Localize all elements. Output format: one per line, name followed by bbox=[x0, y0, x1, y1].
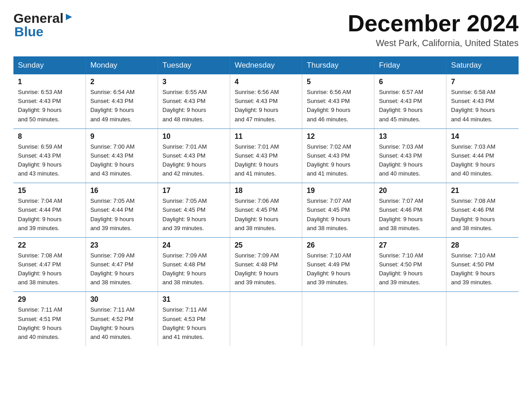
day-info: Sunrise: 7:01 AMSunset: 4:43 PMDaylight:… bbox=[163, 143, 207, 177]
calendar-cell bbox=[374, 292, 446, 346]
calendar-cell: 23 Sunrise: 7:09 AMSunset: 4:47 PMDaylig… bbox=[86, 237, 158, 292]
calendar-cell: 14 Sunrise: 7:03 AMSunset: 4:44 PMDaylig… bbox=[446, 128, 519, 183]
title-area: December 2024 West Park, California, Uni… bbox=[348, 11, 519, 48]
calendar-cell: 6 Sunrise: 6:57 AMSunset: 4:43 PMDayligh… bbox=[374, 74, 446, 128]
day-number: 7 bbox=[451, 78, 514, 86]
day-number: 9 bbox=[90, 133, 153, 141]
calendar-cell: 22 Sunrise: 7:08 AMSunset: 4:47 PMDaylig… bbox=[13, 237, 86, 292]
day-info: Sunrise: 7:04 AMSunset: 4:44 PMDaylight:… bbox=[18, 197, 62, 231]
calendar-week-row-5: 29 Sunrise: 7:11 AMSunset: 4:51 PMDaylig… bbox=[13, 292, 519, 346]
day-info: Sunrise: 6:54 AMSunset: 4:43 PMDaylight:… bbox=[90, 89, 135, 122]
svg-marker-0 bbox=[66, 14, 72, 20]
day-info: Sunrise: 6:56 AMSunset: 4:43 PMDaylight:… bbox=[235, 89, 279, 122]
calendar-cell: 15 Sunrise: 7:04 AMSunset: 4:44 PMDaylig… bbox=[13, 183, 86, 238]
day-info: Sunrise: 7:10 AMSunset: 4:49 PMDaylight:… bbox=[307, 252, 351, 286]
calendar-week-row-4: 22 Sunrise: 7:08 AMSunset: 4:47 PMDaylig… bbox=[13, 237, 519, 292]
day-number: 11 bbox=[235, 133, 297, 141]
day-info: Sunrise: 7:09 AMSunset: 4:48 PMDaylight:… bbox=[163, 252, 207, 286]
day-number: 2 bbox=[90, 78, 153, 86]
day-number: 5 bbox=[307, 78, 369, 86]
month-title: December 2024 bbox=[348, 11, 519, 36]
day-number: 30 bbox=[90, 295, 153, 304]
calendar-cell: 16 Sunrise: 7:05 AMSunset: 4:44 PMDaylig… bbox=[86, 183, 158, 238]
calendar-table: Sunday Monday Tuesday Wednesday Thursday… bbox=[13, 56, 519, 346]
logo-triangle-icon bbox=[65, 13, 73, 23]
day-number: 28 bbox=[451, 241, 514, 249]
header-sunday: Sunday bbox=[13, 56, 86, 74]
calendar-cell: 2 Sunrise: 6:54 AMSunset: 4:43 PMDayligh… bbox=[86, 74, 158, 128]
day-number: 31 bbox=[163, 295, 225, 304]
calendar-cell: 9 Sunrise: 7:00 AMSunset: 4:43 PMDayligh… bbox=[86, 128, 158, 183]
day-info: Sunrise: 7:07 AMSunset: 4:45 PMDaylight:… bbox=[307, 197, 351, 231]
day-info: Sunrise: 6:57 AMSunset: 4:43 PMDaylight:… bbox=[379, 89, 423, 122]
calendar-cell: 11 Sunrise: 7:01 AMSunset: 4:43 PMDaylig… bbox=[230, 128, 302, 183]
day-info: Sunrise: 7:08 AMSunset: 4:46 PMDaylight:… bbox=[451, 197, 495, 231]
day-number: 4 bbox=[235, 78, 297, 86]
page-header: General Blue December 2024 West Park, Ca… bbox=[13, 11, 519, 48]
calendar-cell: 28 Sunrise: 7:10 AMSunset: 4:50 PMDaylig… bbox=[446, 237, 519, 292]
calendar-week-row-3: 15 Sunrise: 7:04 AMSunset: 4:44 PMDaylig… bbox=[13, 183, 519, 238]
day-info: Sunrise: 7:09 AMSunset: 4:47 PMDaylight:… bbox=[90, 252, 135, 286]
day-number: 12 bbox=[307, 133, 369, 141]
calendar-cell: 26 Sunrise: 7:10 AMSunset: 4:49 PMDaylig… bbox=[302, 237, 374, 292]
day-number: 17 bbox=[163, 187, 225, 195]
header-monday: Monday bbox=[86, 56, 158, 74]
day-number: 22 bbox=[18, 241, 81, 249]
weekday-header-row: Sunday Monday Tuesday Wednesday Thursday… bbox=[13, 56, 519, 74]
day-number: 24 bbox=[163, 241, 225, 249]
calendar-cell: 12 Sunrise: 7:02 AMSunset: 4:43 PMDaylig… bbox=[302, 128, 374, 183]
day-info: Sunrise: 6:59 AMSunset: 4:43 PMDaylight:… bbox=[18, 143, 62, 177]
calendar-week-row-2: 8 Sunrise: 6:59 AMSunset: 4:43 PMDayligh… bbox=[13, 128, 519, 183]
calendar-cell: 5 Sunrise: 6:56 AMSunset: 4:43 PMDayligh… bbox=[302, 74, 374, 128]
day-number: 19 bbox=[307, 187, 369, 195]
calendar-cell: 21 Sunrise: 7:08 AMSunset: 4:46 PMDaylig… bbox=[446, 183, 519, 238]
calendar-cell: 10 Sunrise: 7:01 AMSunset: 4:43 PMDaylig… bbox=[158, 128, 230, 183]
calendar-cell: 4 Sunrise: 6:56 AMSunset: 4:43 PMDayligh… bbox=[230, 74, 302, 128]
day-number: 29 bbox=[18, 295, 81, 304]
day-number: 14 bbox=[451, 133, 514, 141]
day-number: 21 bbox=[451, 187, 514, 195]
day-info: Sunrise: 7:05 AMSunset: 4:45 PMDaylight:… bbox=[163, 197, 207, 231]
day-info: Sunrise: 6:55 AMSunset: 4:43 PMDaylight:… bbox=[163, 89, 207, 122]
day-info: Sunrise: 6:56 AMSunset: 4:43 PMDaylight:… bbox=[307, 89, 351, 122]
header-friday: Friday bbox=[374, 56, 446, 74]
day-number: 23 bbox=[90, 241, 153, 249]
header-wednesday: Wednesday bbox=[230, 56, 302, 74]
day-info: Sunrise: 7:11 AMSunset: 4:52 PMDaylight:… bbox=[90, 306, 135, 340]
header-thursday: Thursday bbox=[302, 56, 374, 74]
calendar-cell: 24 Sunrise: 7:09 AMSunset: 4:48 PMDaylig… bbox=[158, 237, 230, 292]
day-info: Sunrise: 7:07 AMSunset: 4:46 PMDaylight:… bbox=[379, 197, 423, 231]
calendar-cell: 30 Sunrise: 7:11 AMSunset: 4:52 PMDaylig… bbox=[86, 292, 158, 346]
logo-blue-text: Blue bbox=[14, 24, 43, 39]
day-number: 20 bbox=[379, 187, 442, 195]
calendar-cell: 13 Sunrise: 7:03 AMSunset: 4:43 PMDaylig… bbox=[374, 128, 446, 183]
logo: General Blue bbox=[13, 11, 73, 39]
day-info: Sunrise: 7:11 AMSunset: 4:51 PMDaylight:… bbox=[18, 306, 62, 340]
day-info: Sunrise: 7:06 AMSunset: 4:45 PMDaylight:… bbox=[235, 197, 279, 231]
calendar-cell: 3 Sunrise: 6:55 AMSunset: 4:43 PMDayligh… bbox=[158, 74, 230, 128]
day-info: Sunrise: 7:10 AMSunset: 4:50 PMDaylight:… bbox=[379, 252, 423, 286]
calendar-cell bbox=[302, 292, 374, 346]
calendar-cell: 25 Sunrise: 7:09 AMSunset: 4:48 PMDaylig… bbox=[230, 237, 302, 292]
day-info: Sunrise: 7:05 AMSunset: 4:44 PMDaylight:… bbox=[90, 197, 135, 231]
header-tuesday: Tuesday bbox=[158, 56, 230, 74]
day-info: Sunrise: 7:01 AMSunset: 4:43 PMDaylight:… bbox=[235, 143, 279, 177]
logo-general-text: General bbox=[13, 11, 64, 26]
day-info: Sunrise: 7:00 AMSunset: 4:43 PMDaylight:… bbox=[90, 143, 135, 177]
day-number: 6 bbox=[379, 78, 442, 86]
calendar-cell: 20 Sunrise: 7:07 AMSunset: 4:46 PMDaylig… bbox=[374, 183, 446, 238]
day-info: Sunrise: 7:02 AMSunset: 4:43 PMDaylight:… bbox=[307, 143, 351, 177]
day-number: 27 bbox=[379, 241, 442, 249]
location-subtitle: West Park, California, United States bbox=[348, 38, 519, 48]
calendar-cell: 27 Sunrise: 7:10 AMSunset: 4:50 PMDaylig… bbox=[374, 237, 446, 292]
day-number: 10 bbox=[163, 133, 225, 141]
calendar-cell bbox=[230, 292, 302, 346]
day-info: Sunrise: 7:09 AMSunset: 4:48 PMDaylight:… bbox=[235, 252, 279, 286]
day-number: 13 bbox=[379, 133, 442, 141]
calendar-cell: 29 Sunrise: 7:11 AMSunset: 4:51 PMDaylig… bbox=[13, 292, 86, 346]
day-number: 18 bbox=[235, 187, 297, 195]
day-info: Sunrise: 7:08 AMSunset: 4:47 PMDaylight:… bbox=[18, 252, 62, 286]
day-info: Sunrise: 7:10 AMSunset: 4:50 PMDaylight:… bbox=[451, 252, 495, 286]
calendar-cell: 18 Sunrise: 7:06 AMSunset: 4:45 PMDaylig… bbox=[230, 183, 302, 238]
day-info: Sunrise: 6:53 AMSunset: 4:43 PMDaylight:… bbox=[18, 89, 62, 122]
